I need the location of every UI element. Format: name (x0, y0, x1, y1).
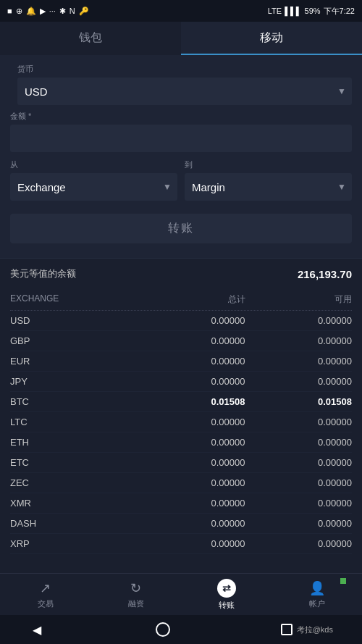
table-row: ETH 0.00000 0.00000 (10, 432, 352, 453)
account-online-dot (340, 578, 346, 584)
col-total-header: 总计 (138, 293, 245, 306)
recents-button[interactable] (281, 624, 292, 635)
currency-dropdown[interactable]: USD (17, 78, 352, 105)
row-total: 0.00000 (138, 356, 245, 367)
bluetooth-icon: ✱ (59, 7, 66, 16)
balance-label: 美元等值的余额 (10, 267, 76, 280)
nav-account[interactable]: 👤 帐户 (272, 574, 362, 615)
home-button[interactable] (156, 622, 170, 637)
row-total: 0.00000 (138, 376, 245, 387)
amount-label: 金额 * (10, 111, 352, 122)
row-total: 0.00000 (138, 477, 245, 488)
row-total: 0.00000 (138, 518, 245, 529)
row-available: 0.00000 (245, 356, 353, 367)
row-total: 0.00000 (138, 538, 245, 549)
status-bar: ■ ⊕ 🔔 ▶ ··· ✱ N 🔑 LTE ▌▌▌ 59% 下午7:22 (0, 0, 362, 22)
finance-label: 融资 (128, 598, 144, 609)
tab-move[interactable]: 移动 (181, 22, 362, 55)
amount-input[interactable] (10, 125, 352, 152)
trade-icon: ↗ (40, 580, 51, 596)
lte-icon: LTE (268, 7, 282, 15)
table-body: USD 0.00000 0.00000 GBP 0.00000 0.00000 … (10, 311, 352, 554)
to-dropdown[interactable]: Margin (185, 173, 352, 201)
row-available: 0.00000 (245, 437, 353, 448)
from-label: 从 (10, 159, 177, 170)
transfer-label: 转账 (219, 600, 235, 611)
row-available: 0.00000 (245, 518, 353, 529)
trade-label: 交易 (38, 598, 54, 609)
row-total: 0.00000 (138, 498, 245, 509)
nav-trade[interactable]: ↗ 交易 (0, 574, 90, 615)
signal-bars: ▌▌▌ (285, 7, 301, 15)
app-switcher-area: 考拉@kds (281, 624, 333, 635)
row-currency: GBP (10, 335, 138, 346)
battery-text: 59% (305, 7, 321, 15)
row-currency: XMR (10, 498, 138, 509)
section-title: EXCHANGE (10, 293, 138, 306)
table-row: XRP 0.00000 0.00000 (10, 534, 352, 554)
row-available: 0.00000 (245, 457, 353, 468)
table-row: EUR 0.00000 0.00000 (10, 351, 352, 372)
row-total: 0.00000 (138, 335, 245, 346)
col-available-header: 可用 (245, 293, 353, 306)
from-dropdown-wrapper: Exchange ▼ (10, 173, 177, 201)
nav-transfer[interactable]: ⇄ 转账 (181, 574, 272, 615)
table-row: GBP 0.00000 0.00000 (10, 331, 352, 351)
row-available: 0.00000 (245, 417, 353, 427)
status-right: LTE ▌▌▌ 59% 下午7:22 (268, 6, 355, 17)
row-available: 0.00000 (245, 477, 353, 488)
status-left: ■ ⊕ 🔔 ▶ ··· ✱ N 🔑 (7, 7, 89, 16)
row-available: 0.00000 (245, 538, 353, 549)
table-row: XMR 0.00000 0.00000 (10, 493, 352, 514)
row-currency: ZEC (10, 477, 138, 488)
notification-icon: 🔔 (26, 7, 36, 16)
form-section: 货币 USD ▼ 金额 * 从 Exchange ▼ (0, 55, 362, 258)
amount-row: 金额 * (10, 111, 352, 152)
nfc-icon: N (70, 7, 75, 15)
row-currency: LTC (10, 417, 138, 427)
row-currency: ETC (10, 457, 138, 468)
row-available: 0.00000 (245, 335, 353, 346)
account-label: 帐户 (309, 598, 325, 609)
row-currency: ETH (10, 437, 138, 448)
table-row: JPY 0.00000 0.00000 (10, 372, 352, 392)
time-display: 下午7:22 (324, 6, 355, 17)
row-currency: JPY (10, 376, 138, 387)
row-available: 0.00000 (245, 315, 353, 326)
to-dropdown-wrapper: Margin ▼ (185, 173, 352, 201)
system-bar: ◀ 考拉@kds (0, 615, 362, 644)
row-total: 0.00000 (138, 457, 245, 468)
app-icon-2: ⊕ (16, 7, 22, 16)
transfer-button[interactable]: 转账 (10, 214, 352, 243)
nav-finance[interactable]: ↻ 融资 (90, 574, 181, 615)
table-row: ETC 0.00000 0.00000 (10, 453, 352, 473)
from-dropdown[interactable]: Exchange (10, 173, 177, 201)
key-icon: 🔑 (79, 7, 89, 16)
table-section: EXCHANGE 总计 可用 USD 0.00000 0.00000 GBP 0… (0, 289, 362, 554)
more-icon: ··· (49, 7, 56, 15)
row-currency: XRP (10, 538, 138, 549)
transfer-btn-container: 转账 (10, 208, 352, 252)
row-currency: USD (10, 315, 138, 326)
table-row: USD 0.00000 0.00000 (10, 311, 352, 331)
app-icon-1: ■ (7, 7, 12, 15)
table-header: EXCHANGE 总计 可用 (10, 289, 352, 311)
tab-wallet[interactable]: 钱包 (0, 22, 181, 55)
row-total: 0.00000 (138, 437, 245, 448)
row-total: 0.01508 (138, 396, 245, 407)
back-button[interactable]: ◀ (29, 622, 45, 637)
table-row: LTC 0.00000 0.00000 (10, 412, 352, 432)
row-total: 0.00000 (138, 315, 245, 326)
play-icon: ▶ (40, 7, 46, 16)
currency-label: 货币 (17, 64, 352, 75)
to-label: 到 (185, 159, 352, 170)
watermark-text: 考拉@kds (297, 624, 333, 635)
from-to-row: 从 Exchange ▼ 到 Margin ▼ (10, 159, 352, 201)
transfer-icon: ⇄ (217, 579, 236, 598)
row-currency: EUR (10, 356, 138, 367)
balance-section: 美元等值的余额 216,193.70 (0, 258, 362, 289)
currency-dropdown-wrapper: USD ▼ (17, 78, 352, 105)
row-currency: DASH (10, 518, 138, 529)
finance-icon: ↻ (130, 580, 141, 596)
row-available: 0.01508 (245, 396, 353, 407)
